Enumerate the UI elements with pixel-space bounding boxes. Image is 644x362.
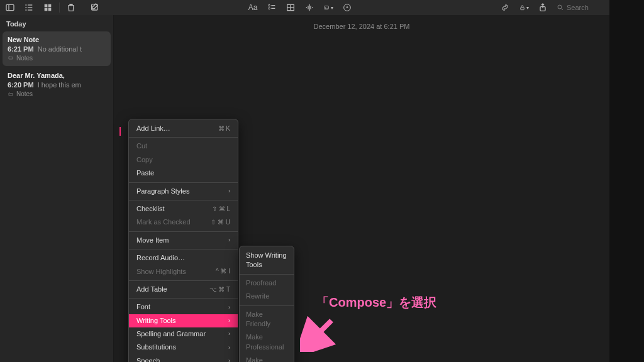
submenu-item: Rewrite	[240, 290, 294, 303]
menu-item-label: Add Link…	[136, 124, 170, 133]
menu-item[interactable]: Speech›	[129, 354, 238, 362]
chevron-right-icon: ›	[228, 236, 230, 244]
svg-point-25	[558, 5, 562, 9]
writing-tools-submenu[interactable]: Show Writing ToolsProofreadRewriteMake F…	[239, 246, 294, 362]
menu-item-label: Writing Tools	[136, 316, 176, 326]
text-format-icon[interactable]: Aa	[248, 3, 258, 13]
svg-rect-10	[45, 8, 48, 11]
svg-rect-23	[521, 8, 525, 10]
menu-item[interactable]: Add Table⌥ ⌘ T	[129, 283, 238, 296]
sidebar-toggle-icon[interactable]	[5, 3, 15, 13]
submenu-item: Make Concise	[240, 354, 294, 362]
submenu-item[interactable]: Show Writing Tools	[240, 249, 294, 272]
menu-shortcut: ⌘ K	[218, 124, 230, 133]
checklist-icon[interactable]	[267, 3, 277, 13]
menu-separator	[129, 298, 238, 299]
menu-separator	[129, 231, 238, 232]
submenu-item: Make Friendly	[240, 308, 294, 331]
context-menu[interactable]: Add Link…⌘ KCutCopyPasteParagraph Styles…	[128, 119, 238, 362]
menu-separator	[129, 280, 238, 281]
note-card[interactable]: New Note6:21 PM No additional tNotes	[3, 31, 111, 66]
app-window: Aa ▾ ▾ Today New Note6:21 PM No addition…	[0, 0, 609, 362]
svg-rect-5	[28, 4, 32, 5]
sidebar-header: Today	[3, 18, 111, 30]
chevron-right-icon: ›	[228, 304, 230, 312]
menu-separator	[129, 249, 238, 250]
svg-point-4	[25, 9, 26, 11]
menu-separator	[129, 182, 238, 183]
note-title: New Note	[8, 35, 106, 45]
svg-rect-11	[48, 8, 52, 11]
menu-item-label: Mark as Checked	[136, 217, 191, 227]
search-input[interactable]	[567, 4, 604, 11]
menu-item-label: Record Audio…	[136, 253, 185, 263]
table-icon[interactable]	[286, 3, 296, 13]
svg-line-27	[308, 321, 331, 344]
toolbar: Aa ▾ ▾	[0, 0, 609, 15]
menu-separator	[240, 305, 294, 306]
note-folder: Notes	[8, 90, 106, 99]
note-title: Dear Mr. Yamada,	[8, 71, 106, 80]
menu-item-label: Cut	[136, 141, 147, 151]
svg-point-2	[25, 4, 26, 6]
menu-item[interactable]: Font›	[129, 300, 238, 314]
compose-icon[interactable]	[90, 3, 100, 13]
chevron-right-icon: ›	[228, 357, 230, 362]
menu-item: Cut	[129, 140, 238, 153]
menu-item: Copy	[129, 153, 238, 167]
menu-item[interactable]: Spelling and Grammar›	[129, 327, 238, 341]
text-cursor	[119, 127, 121, 136]
note-preview: 6:20 PM I hope this em	[8, 80, 106, 90]
share-icon[interactable]	[538, 3, 548, 13]
svg-point-15	[269, 8, 270, 9]
svg-line-26	[562, 9, 564, 11]
note-card[interactable]: Dear Mr. Yamada,6:20 PM I hope this emNo…	[3, 67, 111, 102]
trash-icon[interactable]	[66, 3, 76, 13]
menu-separator	[240, 274, 294, 275]
menu-item[interactable]: Substitutions›	[129, 341, 238, 354]
svg-rect-0	[6, 4, 14, 10]
list-view-icon[interactable]	[24, 3, 34, 13]
menu-item-label: Show Highlights	[136, 267, 186, 277]
toolbar-divider	[59, 3, 60, 13]
svg-rect-8	[45, 4, 48, 8]
menu-separator	[129, 137, 238, 138]
menu-shortcut: ⇧ ⌘ U	[211, 218, 230, 227]
svg-point-13	[269, 4, 270, 6]
svg-point-21	[325, 7, 326, 8]
chevron-right-icon: ›	[228, 317, 230, 325]
sidebar: Today New Note6:21 PM No additional tNot…	[0, 15, 114, 362]
note-preview: 6:21 PM No additional t	[8, 45, 106, 54]
menu-item[interactable]: Checklist⇧ ⌘ L	[129, 202, 238, 216]
menu-item[interactable]: Paragraph Styles›	[129, 185, 238, 198]
media-icon[interactable]: ▾	[323, 3, 333, 13]
menu-item-label: Move Item	[136, 236, 169, 245]
submenu-item: Proofread	[240, 277, 294, 290]
menu-shortcut: ⌥ ⌘ T	[209, 285, 230, 294]
audio-icon[interactable]	[304, 3, 314, 13]
menu-shortcut: ⇧ ⌘ L	[212, 205, 230, 214]
menu-item-label: Speech	[136, 356, 160, 362]
svg-rect-7	[28, 9, 32, 10]
search-box[interactable]	[557, 4, 604, 11]
menu-item[interactable]: Move Item›	[129, 234, 238, 247]
link-icon[interactable]	[500, 3, 510, 13]
lock-icon[interactable]: ▾	[519, 3, 529, 13]
menu-item[interactable]: Add Link…⌘ K	[129, 122, 238, 135]
menu-separator	[129, 200, 238, 200]
menu-shortcut: ^ ⌘ I	[216, 267, 230, 276]
chevron-right-icon: ›	[228, 187, 230, 195]
menu-item-label: Copy	[136, 155, 153, 165]
search-icon	[557, 4, 564, 11]
menu-item[interactable]: Writing Tools›	[129, 314, 238, 327]
svg-rect-9	[48, 4, 52, 8]
editor-pane[interactable]: December 12, 2024 at 6:21 PM Add Link…⌘ …	[114, 15, 609, 362]
annotation-arrow	[300, 314, 338, 352]
menu-item-label: Font	[136, 302, 150, 312]
menu-item[interactable]: Record Audio…	[129, 251, 238, 265]
menu-item-label: Paste	[136, 168, 154, 178]
grid-view-icon[interactable]	[43, 3, 53, 13]
menu-item: Show Highlights^ ⌘ I	[129, 265, 238, 278]
ai-sparkle-icon[interactable]	[342, 3, 352, 13]
menu-item[interactable]: Paste	[129, 167, 238, 180]
